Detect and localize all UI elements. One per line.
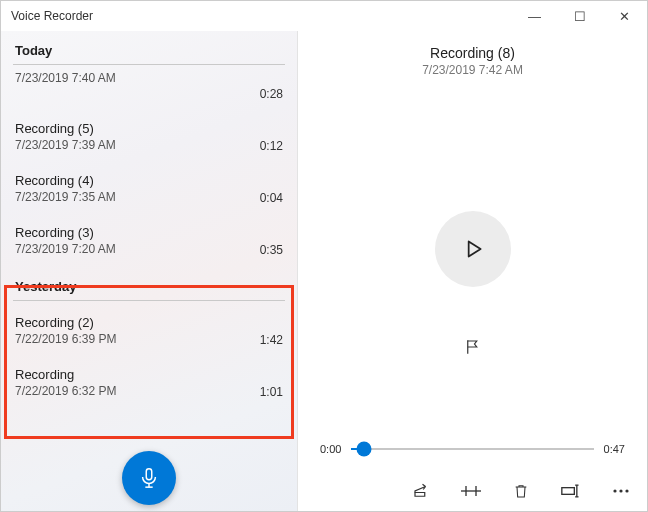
more-button[interactable] (611, 481, 631, 501)
recording-subtitle: 7/23/2019 7:42 AM (422, 63, 523, 77)
microphone-icon (138, 467, 160, 489)
marker-button[interactable] (463, 337, 483, 357)
item-subtitle: 7/23/2019 7:39 AM (15, 138, 116, 152)
item-duration: 1:01 (260, 385, 283, 399)
list-item[interactable]: Recording (5)7/23/2019 7:39 AM0:12 (1, 111, 297, 163)
svg-point-12 (625, 489, 628, 492)
separator (13, 300, 285, 301)
list-item[interactable]: 7/23/2019 7:40 AM0:28 (1, 69, 297, 111)
item-title: Recording (15, 367, 116, 382)
item-title: Recording (5) (15, 121, 116, 136)
item-title: Recording (3) (15, 225, 116, 240)
maximize-button[interactable]: ☐ (557, 1, 602, 31)
rename-button[interactable] (561, 481, 581, 501)
ellipsis-icon (612, 488, 630, 494)
list-item[interactable]: Recording (3)7/23/2019 7:20 AM0:35 (1, 215, 297, 267)
list-item[interactable]: Recording7/22/2019 6:32 PM1:01 (1, 357, 297, 409)
title-bar: Voice Recorder — ☐ ✕ (1, 1, 647, 31)
elapsed-time: 0:00 (320, 443, 341, 455)
item-duration: 1:42 (260, 333, 283, 347)
play-button[interactable] (435, 211, 511, 287)
player-header: Recording (8) 7/23/2019 7:42 AM (422, 45, 523, 77)
close-button[interactable]: ✕ (602, 1, 647, 31)
item-duration: 0:28 (260, 87, 283, 101)
recordings-sidebar: Today7/23/2019 7:40 AM0:28Recording (5)7… (1, 31, 298, 511)
item-subtitle: 7/23/2019 7:20 AM (15, 242, 116, 256)
seek-thumb[interactable] (356, 442, 371, 457)
recording-title: Recording (8) (422, 45, 523, 61)
player-toolbar (411, 481, 631, 501)
separator (13, 64, 285, 65)
list-item[interactable]: Recording (4)7/23/2019 7:35 AM0:04 (1, 163, 297, 215)
timeline: 0:00 0:47 (320, 443, 625, 455)
group-label: Today (1, 31, 297, 64)
item-subtitle: 7/23/2019 7:40 AM (15, 71, 116, 85)
item-subtitle: 7/23/2019 7:35 AM (15, 190, 116, 204)
share-button[interactable] (411, 481, 431, 501)
delete-button[interactable] (511, 481, 531, 501)
recordings-list[interactable]: Today7/23/2019 7:40 AM0:28Recording (5)7… (1, 31, 297, 511)
total-time: 0:47 (604, 443, 625, 455)
svg-point-10 (613, 489, 616, 492)
app-title: Voice Recorder (11, 9, 93, 23)
svg-rect-0 (146, 469, 152, 480)
svg-point-11 (619, 489, 622, 492)
player-pane: Recording (8) 7/23/2019 7:42 AM 0:00 0:4… (298, 31, 647, 511)
list-item[interactable]: Recording (2)7/22/2019 6:39 PM1:42 (1, 305, 297, 357)
item-title: Recording (4) (15, 173, 116, 188)
window-controls: — ☐ ✕ (512, 1, 647, 31)
item-title: Recording (2) (15, 315, 116, 330)
content: Today7/23/2019 7:40 AM0:28Recording (5)7… (1, 31, 647, 511)
trim-icon (461, 483, 481, 499)
item-subtitle: 7/22/2019 6:39 PM (15, 332, 116, 346)
svg-rect-6 (562, 488, 575, 495)
trim-button[interactable] (461, 481, 481, 501)
flag-icon (464, 338, 482, 356)
minimize-button[interactable]: — (512, 1, 557, 31)
record-button[interactable] (122, 451, 176, 505)
item-duration: 0:12 (260, 139, 283, 153)
item-duration: 0:04 (260, 191, 283, 205)
play-icon (460, 236, 486, 262)
item-duration: 0:35 (260, 243, 283, 257)
item-subtitle: 7/22/2019 6:32 PM (15, 384, 116, 398)
seek-track[interactable] (351, 448, 593, 450)
trash-icon (513, 482, 529, 500)
group-label: Yesterday (1, 267, 297, 300)
rename-icon (561, 484, 581, 498)
share-icon (412, 482, 430, 500)
